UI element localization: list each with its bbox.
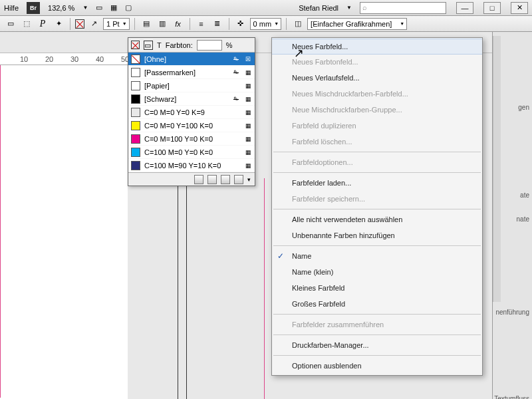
view-mode-icon[interactable]: ▭ [96, 3, 102, 12]
panel-tab-peek[interactable]: nate [517, 215, 529, 223]
application-menubar: Hilfe Br 132,6 % ▼ ▭ ▦ ▢ Stefan Riedl ▼ … [0, 0, 532, 16]
dropdown-icon[interactable]: ▼ [346, 5, 352, 11]
swatch-row[interactable]: C=0 M=0 Y=0 K=9▦ [128, 106, 255, 119]
minimize-button[interactable]: — [456, 2, 473, 14]
bridge-icon[interactable]: Br [27, 2, 40, 14]
context-menu-item[interactable]: Alle nicht verwendeten auswählen [272, 211, 482, 227]
panel-tab-peek[interactable]: ate [520, 192, 529, 199]
zoom-level[interactable]: 132,6 % [48, 4, 74, 12]
swatch-name: [Schwarz] [144, 95, 228, 103]
swatch-row[interactable]: C=0 M=0 Y=100 K=0▦ [128, 119, 255, 132]
anchor-tool-icon[interactable]: ✦ [52, 17, 65, 31]
context-menu-item[interactable]: Farbfelder laden... [272, 175, 482, 191]
gradient-icon[interactable] [221, 175, 230, 184]
document-canvas[interactable]: 10 20 30 40 50 [0, 53, 128, 399]
arrange-icon[interactable]: ▦ [110, 3, 117, 12]
color-mode-icon: ▦ [244, 108, 252, 116]
context-menu-item[interactable]: Druckfarben-Manager... [272, 337, 482, 353]
context-menu-item[interactable]: Kleines Farbfeld [272, 280, 482, 296]
menu-separator [273, 172, 481, 173]
color-mode-icon: ▦ [244, 135, 252, 143]
color-mode-icon: ▦ [244, 148, 252, 156]
color-mode-icon: ▦ [244, 162, 252, 170]
context-menu-label: Farbfeld duplizieren [292, 122, 356, 130]
text-wrap-icon-2[interactable]: ≣ [211, 17, 224, 31]
not-editable-icon: ✎ [232, 55, 240, 63]
right-panel-dock[interactable]: gen ate nate nenführung Textumfluss [492, 32, 532, 399]
swatch-chip [131, 161, 140, 170]
context-menu-label: Farbfeldoptionen... [292, 158, 353, 166]
new-swatch-icon[interactable] [207, 175, 217, 184]
dropdown-icon[interactable]: ▼ [82, 5, 88, 11]
swatch-name: C=0 M=0 Y=100 K=0 [144, 122, 240, 130]
context-menu-label: Neues Verlaufsfeld... [292, 74, 360, 82]
swatch-row[interactable]: [Papier]▦ [128, 79, 255, 92]
panel-menu-icon[interactable]: ▾ [247, 176, 251, 183]
close-button[interactable]: ✕ [511, 2, 528, 14]
user-name[interactable]: Stefan Riedl [299, 4, 338, 12]
swatch-chip [131, 81, 140, 90]
context-menu-item[interactable]: ✓Name [272, 248, 482, 264]
collapsed-tab-strip[interactable] [493, 36, 501, 302]
swatch-chip [131, 108, 140, 117]
text-wrap-icon-1[interactable]: ≡ [195, 17, 208, 31]
farbton-label: Farbton: [166, 41, 193, 49]
menu-separator [273, 209, 481, 209]
not-editable-icon: ✎ [232, 68, 240, 76]
stroke-weight-input[interactable]: 1 Pt [103, 18, 130, 30]
swatch-row[interactable]: [Ohne]✎☒ [128, 53, 255, 66]
panel-tab-peek[interactable]: gen [518, 104, 529, 111]
text-color-icon[interactable]: T [157, 41, 162, 49]
x-offset-input[interactable]: 0 mm [250, 18, 282, 30]
align-icon[interactable]: ▤ [140, 17, 153, 31]
farbton-input[interactable] [197, 40, 222, 51]
selection-tool-icon[interactable]: ▭ [4, 17, 17, 31]
panel-tab-peek[interactable]: nenführung [495, 309, 529, 316]
swatch-chip [131, 121, 140, 130]
frame-tool-icon[interactable]: ⬚ [20, 17, 33, 31]
show-options-icon[interactable] [194, 175, 203, 184]
distribute-icon[interactable]: ▥ [156, 17, 169, 31]
swatch-row[interactable]: C=100 M=0 Y=0 K=0▦ [128, 146, 255, 159]
context-menu-item[interactable]: Großes Farbfeld [272, 296, 482, 312]
swatch-name: C=100 M=0 Y=0 K=0 [144, 148, 240, 156]
delete-swatch-icon[interactable] [234, 175, 243, 184]
menu-separator [273, 355, 481, 356]
context-menu-item: Neues Farbtonfeld... [272, 54, 482, 70]
swatch-row[interactable]: [Schwarz]✎▦ [128, 92, 255, 106]
fill-none-icon[interactable] [75, 19, 84, 29]
container-icon[interactable]: ◫ [291, 17, 305, 31]
screen-mode-icon[interactable]: ▢ [125, 3, 132, 12]
frame-type-select[interactable]: [Einfacher Grafikrahmen] [307, 18, 407, 30]
context-menu-item[interactable]: Neues Farbfeld... [272, 39, 482, 55]
context-menu-item[interactable]: Optionen ausblenden [272, 358, 482, 374]
swatch-row[interactable]: C=0 M=100 Y=0 K=0▦ [128, 132, 255, 146]
swatches-context-menu: Neues Farbfeld...Neues Farbtonfeld...Neu… [271, 37, 483, 376]
context-menu-label: Farbfelder laden... [292, 179, 351, 187]
maximize-button[interactable]: □ [483, 2, 501, 14]
menu-separator [273, 314, 481, 315]
swatch-row[interactable]: C=100 M=90 Y=10 K=0▦ [128, 159, 255, 172]
context-menu-item[interactable]: Unbenannte Farben hinzufügen [272, 227, 482, 243]
search-input[interactable] [360, 2, 446, 14]
crop-icon[interactable]: ✜ [234, 17, 247, 31]
panel-tab-peek[interactable]: Textumfluss [494, 395, 529, 399]
fill-none-icon[interactable] [131, 41, 140, 49]
context-menu-item: Farbfelder speichern... [272, 191, 482, 207]
context-menu-item: Farbfeld duplizieren [272, 118, 482, 134]
menu-help[interactable]: Hilfe [4, 4, 19, 12]
context-menu-label: Name (klein) [292, 268, 333, 276]
context-menu-item: Neues Mischdruckfarben-Farbfeld... [272, 86, 482, 102]
context-menu-item[interactable]: Neues Verlaufsfeld... [272, 70, 482, 86]
type-tool-icon[interactable]: P [36, 17, 49, 31]
percent-label: % [226, 41, 233, 49]
color-mode-icon: ▦ [244, 82, 252, 90]
stroke-arrow-icon[interactable]: ↗ [87, 17, 100, 31]
swatches-list[interactable]: [Ohne]✎☒[Passermarken]✎▦[Papier]▦[Schwar… [128, 53, 255, 172]
context-menu-item[interactable]: Name (klein) [272, 264, 482, 280]
swatch-name: [Ohne] [144, 55, 228, 63]
swatch-row[interactable]: [Passermarken]✎▦ [128, 66, 255, 79]
fx-icon[interactable]: fx [172, 17, 185, 31]
context-menu-label: Neues Farbfeld... [292, 43, 348, 51]
stroke-color-icon[interactable]: ▭ [144, 41, 153, 50]
